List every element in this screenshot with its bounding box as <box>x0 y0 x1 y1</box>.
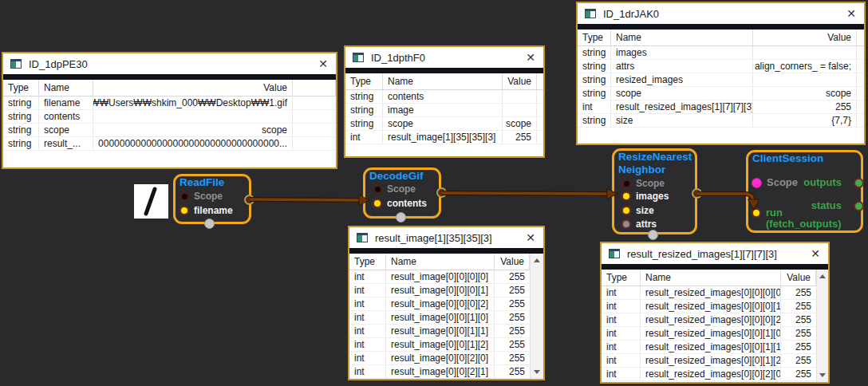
col-value: Value <box>503 73 537 89</box>
run-port[interactable] <box>752 208 761 218</box>
table-row[interactable]: stringscopescope <box>3 124 336 137</box>
resize-output-port[interactable] <box>692 188 702 199</box>
col-value: Value <box>93 80 293 96</box>
window-id-1dppe30: ID_1dpPE30 ✕ Type Name Value stringfilen… <box>2 52 337 169</box>
table-row[interactable]: intresult_image[0][0][0][2]255 <box>349 297 530 311</box>
window-titlebar[interactable]: result_image[1][35][35][3] ✕ <box>349 227 543 248</box>
table-row[interactable]: intresult_image[0][0][1][2]255 <box>349 338 530 352</box>
node-decodegif[interactable]: DecodeGif Scope contents <box>363 167 441 219</box>
window-icon <box>353 53 364 62</box>
table-row[interactable]: intresult_image[0][0][1][0]255 <box>349 311 530 325</box>
node-clientsession[interactable]: ClientSession Scope outputs status run (… <box>746 150 863 233</box>
col-value: Value <box>753 30 857 45</box>
window-titlebar[interactable]: ID_1dpPE30 ✕ <box>3 53 336 74</box>
vertical-scrollbar[interactable] <box>530 254 543 379</box>
node-graph-canvas: ReadFile Scope filename DecodeGif Scope … <box>0 0 868 386</box>
status-port[interactable] <box>854 201 864 211</box>
window-titlebar[interactable]: ID_1drJAK0 ✕ <box>578 3 864 24</box>
table-row[interactable]: stringimage <box>345 104 543 117</box>
window-title: result_resized_images[1][7][7][3] <box>627 248 810 260</box>
readfile-output-port[interactable] <box>244 195 254 205</box>
table-row[interactable]: intresult_resized_images[0][0][0][1]255 <box>602 300 816 313</box>
window-result-resized-images: result_resized_images[1][7][7][3] ✕ Type… <box>600 242 830 384</box>
table-header: Type Name Value <box>578 30 864 46</box>
col-name: Name <box>39 80 93 96</box>
close-icon[interactable]: ✕ <box>810 248 821 259</box>
scope-port[interactable] <box>180 192 189 201</box>
decodegif-output-port[interactable] <box>436 187 447 198</box>
scroll-up-icon[interactable] <box>819 274 826 278</box>
table-row[interactable]: stringsize{7,7} <box>578 114 864 128</box>
window-titlebar[interactable]: result_resized_images[1][7][7][3] ✕ <box>602 243 828 264</box>
window-title: ID_1drJAK0 <box>603 8 846 20</box>
table-row[interactable]: intresult_resized_images[0][0][0][0]255 <box>602 286 816 300</box>
close-icon[interactable]: ✕ <box>525 52 536 63</box>
titlebar-divider <box>578 24 864 30</box>
table-row[interactable]: intresult_resized_images[0][0][1][2]255 <box>602 354 816 368</box>
contents-port-label: contents <box>387 198 427 209</box>
filename-port-label: filename <box>194 205 233 216</box>
table-row[interactable]: intresult_image[1][35][35][3]255 <box>345 131 543 144</box>
table-row[interactable]: stringfilenameC:₩₩Users₩₩shkim_000₩₩Desk… <box>3 96 336 110</box>
scope-port[interactable] <box>373 185 382 194</box>
size-port-label: size <box>636 205 654 216</box>
size-port[interactable] <box>621 206 631 215</box>
scope-port[interactable] <box>752 178 762 188</box>
table-row[interactable]: intresult_resized_images[0][0][1][1]255 <box>602 341 816 354</box>
table-row[interactable]: stringcontents <box>3 110 336 124</box>
col-type: Type <box>345 73 383 89</box>
table-row[interactable]: intresult_resized_images[0][0][2][0]255 <box>602 368 816 381</box>
attrs-port[interactable] <box>621 219 631 229</box>
scope-port[interactable] <box>622 179 631 188</box>
status-port-label: status <box>811 200 842 211</box>
window-id-1dpthf0: ID_1dpthF0 ✕ Type Name Value stringconte… <box>344 45 545 158</box>
col-extra <box>293 80 336 96</box>
run-port-sublabel: (fetch_outputs) <box>766 219 842 230</box>
value-table: Type Name Value stringimages stringattrs… <box>578 30 864 144</box>
table-row[interactable]: stringscopescope <box>578 87 864 100</box>
window-icon <box>609 249 620 258</box>
contents-port[interactable] <box>373 199 382 208</box>
window-title: result_image[1][35][35][3] <box>375 232 525 244</box>
close-icon[interactable]: ✕ <box>846 8 857 19</box>
table-row[interactable]: intresult_image[0][0][2][1]255 <box>349 365 530 379</box>
table-row[interactable]: stringscopescope <box>345 117 543 131</box>
decodegif-bottom-port[interactable] <box>396 212 406 223</box>
vertical-scrollbar[interactable] <box>816 270 828 382</box>
images-port[interactable] <box>621 191 631 201</box>
table-row[interactable]: intresult_image[0][0][0][0]255 <box>349 270 530 284</box>
table-header: Type Name Value <box>3 80 336 96</box>
close-icon[interactable]: ✕ <box>525 232 536 243</box>
scroll-up-icon[interactable] <box>534 258 540 262</box>
titlebar-divider <box>3 74 336 80</box>
close-icon[interactable]: ✕ <box>318 58 329 69</box>
scroll-down-icon[interactable] <box>534 370 540 374</box>
scope-port-label: Scope <box>767 177 798 188</box>
table-row[interactable]: intresult_resized_images[1][7][7][3]255 <box>578 100 864 114</box>
window-titlebar[interactable]: ID_1dpthF0 ✕ <box>345 47 543 68</box>
scroll-down-icon[interactable] <box>819 373 826 377</box>
window-title: ID_1dpthF0 <box>371 52 525 64</box>
node-resize-nearest-neighbor[interactable]: ResizeNearestNeighbor Scope images size … <box>612 148 697 234</box>
table-row[interactable]: stringattrsalign_corners_ = false; <box>578 60 864 73</box>
readfile-bottom-port[interactable] <box>204 219 215 229</box>
col-value: Value <box>781 270 816 286</box>
outputs-port[interactable] <box>854 178 864 188</box>
table-row[interactable]: stringimages <box>578 46 864 60</box>
table-row[interactable]: intresult_resized_images[0][0][0][2]255 <box>602 313 816 327</box>
filename-port[interactable] <box>180 206 189 215</box>
table-row[interactable]: stringresized_images <box>578 73 864 87</box>
col-name: Name <box>611 30 753 45</box>
table-row[interactable]: intresult_image[0][0][1][1]255 <box>349 325 530 338</box>
table-row[interactable]: stringresult_...000000000000000000000000… <box>3 137 336 151</box>
table-row[interactable]: stringcontents <box>345 90 543 104</box>
scope-port-label: Scope <box>636 178 665 189</box>
resize-bottom-port[interactable] <box>648 230 658 240</box>
titlebar-divider <box>349 248 543 254</box>
images-port-label: images <box>636 191 669 202</box>
window-title: ID_1dpPE30 <box>29 58 318 70</box>
node-readfile[interactable]: ReadFile Scope filename <box>173 174 251 224</box>
table-row[interactable]: intresult_image[0][0][2][0]255 <box>349 352 530 365</box>
table-row[interactable]: intresult_resized_images[0][0][1][0]255 <box>602 327 816 341</box>
table-row[interactable]: intresult_image[0][0][0][1]255 <box>349 284 530 297</box>
